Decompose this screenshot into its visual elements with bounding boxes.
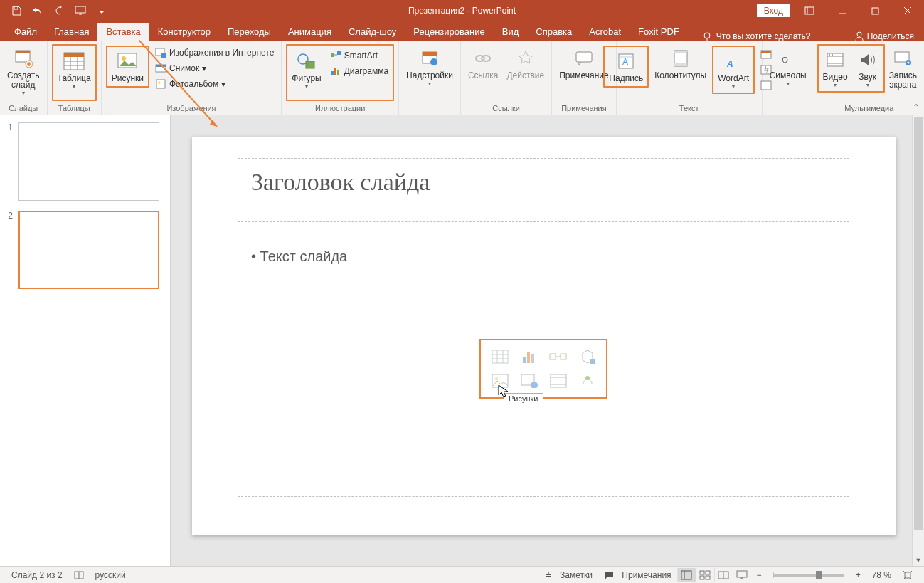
- vertical-scrollbar[interactable]: ▲ ▼: [912, 115, 924, 566]
- caret-icon: ▾: [787, 80, 790, 87]
- shapes-label: Фигуры: [292, 74, 321, 83]
- table-label: Таблица: [58, 74, 91, 83]
- fit-button[interactable]: [897, 567, 918, 583]
- headerfooter-button[interactable]: Колонтитулы: [650, 44, 711, 83]
- tell-me[interactable]: Что вы хотите сделать?: [702, 31, 811, 41]
- photo-album-label: Фотоальбом: [169, 79, 218, 89]
- spellcheck-button[interactable]: [68, 567, 90, 583]
- qat-customize-button[interactable]: [91, 1, 112, 21]
- svg-rect-70: [706, 576, 710, 579]
- tab-design[interactable]: Конструктор: [149, 23, 219, 41]
- pictures-label: Рисунки: [112, 74, 144, 83]
- insert-online-picture-icon[interactable]: [519, 372, 540, 390]
- tab-help[interactable]: Справка: [527, 23, 580, 41]
- symbols-button[interactable]: Ω Символы ▾: [765, 44, 811, 90]
- online-pictures-button[interactable]: Изображения в Интернете: [154, 46, 275, 60]
- titlebar: Презентация2 - PowerPoint Вход: [0, 0, 924, 21]
- headerfooter-label: Колонтитулы: [654, 71, 706, 80]
- video-button[interactable]: Видео ▾: [819, 46, 852, 91]
- tab-foxit[interactable]: Foxit PDF: [630, 23, 688, 41]
- audio-label: Звук: [859, 73, 876, 82]
- notes-button[interactable]: ≐ Заметки: [539, 567, 598, 583]
- signin-button[interactable]: Вход: [757, 4, 790, 17]
- collapse-ribbon-button[interactable]: ⌃: [913, 103, 920, 112]
- save-button[interactable]: [6, 1, 27, 21]
- table-button[interactable]: Таблица ▾: [53, 47, 95, 93]
- language-indicator[interactable]: русский: [90, 567, 132, 583]
- group-slides: Создать слайд ▾ Слайды: [0, 41, 48, 115]
- zoom-level[interactable]: 78 %: [866, 567, 897, 583]
- svg-rect-36: [674, 51, 687, 53]
- start-slideshow-button[interactable]: [70, 1, 91, 21]
- tab-transitions[interactable]: Переходы: [219, 23, 280, 41]
- insert-3d-icon[interactable]: [577, 347, 598, 366]
- svg-rect-3: [872, 8, 878, 14]
- svg-point-47: [832, 54, 833, 56]
- shapes-button[interactable]: Фигуры ▾: [287, 47, 325, 93]
- insert-table-icon[interactable]: [489, 347, 511, 366]
- tab-slideshow[interactable]: Слайд-шоу: [340, 23, 405, 41]
- svg-point-4: [704, 33, 710, 38]
- slide-thumbnails-pane[interactable]: 1 2: [0, 115, 171, 566]
- screenshot-button[interactable]: Снимок▾: [154, 61, 275, 75]
- scroll-thumb[interactable]: [914, 117, 923, 530]
- thumbnail-2[interactable]: 2: [4, 211, 166, 289]
- screen-record-button[interactable]: Запись экрана: [885, 44, 921, 93]
- zoom-in-button[interactable]: +: [850, 567, 866, 583]
- thumbnail-1[interactable]: 1: [4, 122, 166, 201]
- sorter-view-button[interactable]: [696, 568, 714, 582]
- textbox-button[interactable]: A Надпись: [603, 46, 649, 88]
- normal-view-button[interactable]: [677, 568, 696, 582]
- action-icon: [514, 47, 537, 70]
- thumb-preview: [18, 122, 159, 201]
- chart-button[interactable]: Диаграмма: [329, 64, 390, 78]
- tab-insert[interactable]: Вставка: [97, 23, 149, 41]
- scroll-down-button[interactable]: ▼: [913, 554, 924, 566]
- window-title: Презентация2 - PowerPoint: [408, 6, 516, 16]
- zoom-thumb[interactable]: [816, 571, 822, 579]
- slide-canvas[interactable]: Заголовок слайда Текст слайда Рисунки: [192, 137, 896, 535]
- zoom-slider[interactable]: [773, 574, 844, 577]
- tab-file[interactable]: Файл: [6, 23, 46, 41]
- shapes-icon: [295, 50, 318, 73]
- tab-view[interactable]: Вид: [494, 23, 528, 41]
- pictures-button[interactable]: Рисунки: [106, 46, 149, 88]
- svg-point-14: [161, 53, 166, 58]
- insert-icon-icon[interactable]: [577, 372, 598, 390]
- photo-album-button[interactable]: Фотоальбом▾: [154, 77, 275, 91]
- addins-button[interactable]: Надстройки ▾: [402, 44, 457, 90]
- audio-button[interactable]: Звук ▾: [852, 46, 883, 91]
- video-icon: [824, 48, 846, 71]
- tab-acrobat[interactable]: Acrobat: [580, 23, 630, 41]
- book-icon: [74, 570, 84, 580]
- ribbon-display-button[interactable]: [793, 0, 826, 21]
- new-slide-button[interactable]: Создать слайд ▾: [3, 44, 44, 99]
- redo-button[interactable]: [48, 1, 70, 21]
- insert-chart-icon[interactable]: [519, 347, 540, 366]
- close-button[interactable]: [891, 0, 924, 21]
- tab-home[interactable]: Главная: [46, 23, 97, 41]
- svg-rect-10: [64, 53, 84, 57]
- wordart-button[interactable]: A WordArt ▾: [712, 46, 755, 94]
- svg-text:A: A: [622, 57, 628, 67]
- minimize-button[interactable]: [826, 0, 859, 21]
- action-label: Действие: [506, 71, 544, 80]
- thumb-preview: [18, 211, 159, 289]
- title-placeholder[interactable]: Заголовок слайда: [238, 158, 849, 222]
- body-placeholder[interactable]: Текст слайда Рисунки: [238, 241, 849, 497]
- slide-editor[interactable]: Заголовок слайда Текст слайда Рисунки: [171, 115, 924, 566]
- insert-video-icon[interactable]: [548, 372, 569, 390]
- tab-review[interactable]: Рецензирование: [405, 23, 493, 41]
- reading-view-button[interactable]: [714, 568, 733, 582]
- caret-icon: ▾: [221, 79, 225, 89]
- share-button[interactable]: Поделиться: [844, 31, 924, 41]
- tab-animations[interactable]: Анимация: [280, 23, 340, 41]
- slide-indicator[interactable]: Слайд 2 из 2: [6, 567, 68, 583]
- undo-button[interactable]: [27, 1, 48, 21]
- slideshow-view-button[interactable]: [733, 568, 751, 582]
- maximize-button[interactable]: [859, 0, 891, 21]
- insert-smartart-icon[interactable]: [548, 347, 569, 366]
- smartart-button[interactable]: SmartArt: [329, 48, 390, 63]
- zoom-out-button[interactable]: −: [751, 567, 768, 583]
- comments-button[interactable]: Примечания: [598, 567, 677, 583]
